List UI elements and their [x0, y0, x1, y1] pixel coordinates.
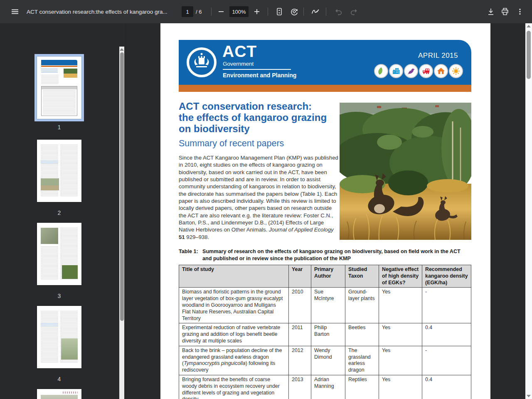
scroll-up-icon[interactable]: [120, 48, 124, 51]
fit-page-icon[interactable]: [273, 0, 286, 23]
table-cell: Yes: [379, 323, 422, 346]
document-viewport[interactable]: ACT Government Environment and Planning …: [125, 23, 525, 399]
thumbnail-page-label: 2: [34, 209, 84, 216]
table-cell: Adrian Manning: [311, 375, 345, 399]
sun-icon: [449, 64, 463, 78]
toolbar-divider: [268, 7, 268, 16]
table-header-cell: Negative effect of high density of EGKs?: [379, 265, 422, 288]
table-header-cell: Primary Author: [311, 265, 345, 288]
logo-divider: [223, 69, 291, 70]
city-icon: [389, 64, 403, 78]
table-cell: Yes: [379, 288, 422, 323]
undo-icon: [332, 0, 345, 23]
document-scrollbar-thumb[interactable]: [527, 31, 531, 79]
table-row: Bringing forward the benefits of coarse …: [179, 375, 471, 399]
kangaroo-photo: [340, 103, 471, 240]
table-cell: 2010: [289, 288, 311, 323]
table-cell: Bringing forward the benefits of coarse …: [179, 375, 289, 399]
table-cell: Experimental reduction of native vertebr…: [179, 323, 289, 346]
house-icon: [434, 64, 448, 78]
bird-icon: [404, 64, 418, 78]
page-number-input[interactable]: 1: [182, 6, 193, 17]
logo-government-text: Government: [223, 61, 254, 67]
more-options-icon[interactable]: [513, 0, 527, 23]
document-heading: ACT conservation research: the effects o…: [179, 101, 327, 134]
table-cell: Sue McIntyre: [311, 288, 345, 323]
table-cell: Back to the brink – population decline o…: [179, 346, 289, 375]
thumbnail-page-label: 3: [34, 293, 84, 299]
rotate-icon[interactable]: [288, 0, 301, 23]
logo-division-text: Environment and Planning: [223, 72, 296, 79]
sidebar-scrollbar[interactable]: [119, 47, 124, 399]
menu-icon[interactable]: [8, 0, 22, 23]
table-cell: 2013: [289, 375, 311, 399]
table-header-cell: Year: [289, 265, 311, 288]
logo-act-text: ACT: [222, 42, 257, 61]
table-cell: Reptiles: [345, 375, 379, 399]
toolbar-divider: [326, 7, 326, 16]
leaf-icon: [374, 64, 388, 78]
table-header-cell: Studied Taxon: [345, 265, 379, 288]
table-cell: Beetles: [345, 323, 379, 346]
table-caption: Table 1: Summary of research on the effe…: [179, 248, 470, 262]
table-row: Back to the brink – population decline o…: [179, 346, 471, 375]
scroll-up-icon[interactable]: [527, 25, 531, 27]
zoom-in-icon[interactable]: [251, 0, 263, 23]
table-cell: Yes: [379, 346, 422, 375]
thumbnail-page-1[interactable]: [34, 54, 84, 121]
scroll-down-icon[interactable]: [527, 395, 531, 397]
table-header-cell: Title of study: [179, 265, 289, 288]
table-cell: Philip Barton: [311, 323, 345, 346]
table-row: Experimental reduction of native vertebr…: [179, 323, 471, 346]
table-cell: 2012: [289, 346, 311, 375]
directorate-icons: [374, 64, 463, 78]
act-crest-logo: [186, 47, 217, 79]
document-subheading: Summary of recent papers: [179, 138, 284, 149]
table-cell: 0.4: [422, 375, 471, 399]
thumbnail-page-3[interactable]: [34, 220, 84, 288]
thumbnail-page-label: 4: [34, 376, 84, 382]
table-cell: -: [422, 288, 471, 323]
act-government-banner: ACT Government Environment and Planning …: [179, 40, 471, 85]
table-cell: Wendy Dimond: [311, 346, 345, 375]
summary-paragraph: Since the ACT Kangaroo Management Plan (…: [179, 154, 340, 241]
pdf-viewer-toolbar: ACT conservation research:the effects of…: [0, 0, 532, 23]
annotate-icon[interactable]: [308, 0, 323, 23]
research-summary-table: Title of studyYearPrimary AuthorStudied …: [179, 265, 471, 399]
document-title: ACT conservation research:the effects of…: [27, 0, 167, 23]
download-icon[interactable]: [484, 0, 498, 23]
page-count: / 6: [196, 0, 202, 23]
thumbnail-page-2[interactable]: [34, 137, 84, 204]
thumbnail-page-label: 1: [34, 124, 84, 131]
table-cell: Biomass and floristic patterns in the gr…: [179, 288, 289, 323]
pdf-page-1: ACT Government Environment and Planning …: [160, 23, 490, 399]
toolbar-divider: [303, 7, 304, 16]
table-cell: The grassland earless dragon: [345, 346, 379, 375]
publication-date: APRIL 2015: [418, 52, 458, 60]
toolbar-divider: [211, 7, 212, 16]
thumbnail-page-4[interactable]: [34, 303, 84, 371]
redo-icon: [347, 0, 361, 23]
document-scrollbar[interactable]: [525, 23, 532, 399]
table-cell: Yes: [379, 375, 422, 399]
thumbnail-sidebar: 1 2 3 4 5: [0, 23, 125, 399]
table-cell: 0.4: [422, 323, 471, 346]
transport-icon: [419, 64, 433, 78]
table-cell: Ground-layer plants: [345, 288, 379, 323]
zoom-out-icon[interactable]: [215, 0, 227, 23]
banner-orange-strip: [179, 85, 471, 92]
table-cell: -: [422, 346, 471, 375]
table-header-cell: Recommended kangaroo density (EGK/ha): [422, 265, 471, 288]
sidebar-scrollbar-thumb[interactable]: [120, 52, 124, 321]
table-row: Biomass and floristic patterns in the gr…: [179, 288, 471, 323]
table-cell: 2011: [289, 323, 311, 346]
print-icon[interactable]: [498, 0, 512, 23]
thumbnail-page-5[interactable]: [34, 387, 84, 399]
zoom-level-input[interactable]: 100%: [229, 6, 249, 17]
